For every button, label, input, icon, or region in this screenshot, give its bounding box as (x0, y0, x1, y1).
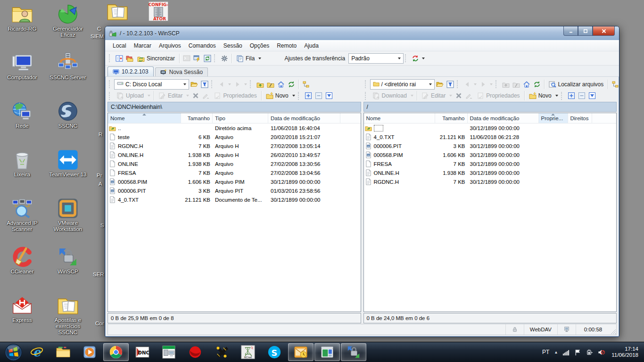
file-row-RGDNC.H[interactable]: RGDNC.H7 KBArquivo H27/02/2008 13:05:14 (108, 141, 361, 150)
properties-button[interactable]: Propriedades (474, 91, 522, 100)
filter-icon[interactable] (199, 79, 210, 90)
file-row-4_0.TXT[interactable]: 4_0.TXT21.121 KBDocumento de Te...30/12/… (108, 195, 361, 204)
file-row-000006.PIT[interactable]: 000006.PIT3 KB30/12/1899 00:00:00 (364, 141, 617, 150)
menu-local[interactable]: Local (109, 41, 130, 50)
desktop-icon-ccleaner[interactable]: CCleaner (1, 247, 43, 275)
remote-path-bar[interactable]: / (363, 102, 617, 112)
menu-marcar[interactable]: Marcar (130, 41, 155, 50)
new-button[interactable]: Novo (527, 91, 554, 100)
wrench-tool-taskbar-button[interactable] (209, 343, 234, 361)
toolbar-grip[interactable] (109, 54, 112, 62)
column-header-date[interactable]: Data de modificação (268, 113, 340, 123)
desktop-icon-rede[interactable]: Rede (1, 101, 43, 129)
file-row-000568.PIM[interactable]: 000568.PIM1.606 KB30/12/1899 00:00:00 (364, 150, 617, 159)
file-row-ONLINE.H[interactable]: ONLINE.H1.938 KBArquivo H26/02/2010 13:4… (108, 150, 361, 159)
home-directory-icon[interactable] (276, 79, 286, 90)
edit-button[interactable]: Editar (419, 91, 448, 100)
ncnet-taskbar-button[interactable]: NCnet (235, 343, 261, 361)
unselect-icon[interactable] (577, 90, 587, 101)
image-viewer-taskbar-button[interactable] (314, 343, 340, 361)
parent-directory-icon[interactable] (255, 79, 265, 90)
rgdnc-taskbar-button[interactable]: DNC (130, 343, 155, 361)
forward-icon[interactable] (478, 79, 488, 90)
refresh-icon[interactable] (532, 79, 542, 90)
close-button[interactable] (593, 26, 615, 36)
desktop-icon-vmware-workstation[interactable]: VMware Workstation (47, 198, 89, 232)
back-icon[interactable] (462, 79, 472, 90)
titlebar[interactable]: / - 10.2.2.103 - WinSCP (105, 26, 619, 40)
transfer-settings-caret[interactable] (422, 58, 425, 59)
skype-taskbar-button[interactable]: S (262, 343, 287, 361)
file-row-ONLINE[interactable]: ONLINE1.938 KBArquivo27/02/2008 13:30:56 (108, 159, 361, 168)
file-row-teste[interactable]: teste6 KBArquivo20/02/2018 15:21:07 (108, 132, 361, 141)
file-row-RGDNC.H[interactable]: RGDNC.H7 KB30/12/1899 00:00:00 (364, 177, 617, 186)
panel-layout-icon[interactable] (114, 53, 124, 64)
menu-comandos[interactable]: Comandos (185, 41, 220, 50)
local-drive-combo[interactable]: C: Disco Local (114, 79, 189, 90)
tray-expand-icon[interactable]: ▲ (554, 350, 558, 354)
rename-icon[interactable] (201, 90, 211, 101)
winscp-taskbar-button[interactable] (341, 343, 366, 361)
root-directory-icon[interactable] (511, 79, 521, 90)
back-icon[interactable] (216, 79, 227, 90)
download-button[interactable]: Download (370, 91, 409, 100)
windows-explorer-taskbar-button[interactable] (50, 343, 76, 361)
outlook-taskbar-button[interactable] (288, 343, 314, 361)
transfer-settings-icon[interactable] (410, 53, 421, 64)
file-row-ONLINE.H[interactable]: ONLINE.H1.938 KB30/12/1899 00:00:00 (364, 168, 617, 177)
open-directory-icon[interactable] (435, 79, 445, 90)
desktop-icon-folder-docs[interactable] (106, 1, 129, 22)
file-row-000006.PIT[interactable]: 000006.PIT3 KBArquivo PIT01/03/2016 23:5… (108, 186, 361, 195)
desktop-icon-winscp[interactable]: WinSCP (47, 247, 89, 275)
menu-opções[interactable]: Opções (246, 41, 273, 50)
tree-toggle-icon[interactable] (610, 79, 620, 90)
minimize-button[interactable] (563, 26, 578, 36)
refresh-icon[interactable] (286, 79, 297, 90)
session-tab-connection[interactable]: 10.2.2.103 (107, 66, 154, 76)
column-header-date[interactable]: Data de modificação (468, 113, 539, 123)
toolbar-grip[interactable] (214, 54, 217, 62)
media-player-taskbar-button[interactable] (77, 343, 102, 361)
refresh-session-icon[interactable] (202, 53, 213, 64)
desktop-icon-gerenciador-eficaz[interactable]: Gerenciador Eficaz (47, 4, 89, 38)
desktop-icon-sscnc-server[interactable]: SSCNC Server (47, 52, 89, 81)
column-header-name[interactable]: Nome (364, 113, 435, 123)
tree-toggle-icon[interactable] (301, 79, 311, 90)
red-sphere-taskbar-button[interactable] (182, 343, 208, 361)
new-button[interactable]: Novo (264, 91, 291, 100)
file-row-..[interactable]: ..Diretório acima11/06/2018 16:40:04 (108, 123, 361, 132)
root-directory-icon[interactable] (265, 79, 276, 90)
selection-filter-icon[interactable] (587, 90, 597, 101)
edit-button[interactable]: Editar (156, 91, 185, 100)
desktop-icon-apostilas-e-exerc-cios-sscnc[interactable]: Apostilas e exercícios SSCNC (47, 295, 89, 336)
file-row-4_0.TXT[interactable]: 4_0.TXT21.121 KB11/06/2018 06:21:28 (364, 132, 617, 141)
file-row-FRESA[interactable]: FRESA7 KBArquivo27/02/2008 13:04:56 (108, 168, 361, 177)
toolbar-grip[interactable] (405, 54, 408, 62)
unselect-icon[interactable] (314, 90, 324, 101)
power-plug-icon[interactable] (586, 349, 593, 356)
action-center-flag-icon[interactable] (574, 349, 581, 356)
column-header-type[interactable]: Tipo (213, 113, 268, 123)
properties-button[interactable]: Propriedades (211, 91, 259, 100)
column-header-rights[interactable]: Direitos (568, 113, 592, 123)
select-icon[interactable] (566, 90, 577, 101)
column-header-size[interactable]: Tamanho (435, 113, 468, 123)
file-row-parent-directory[interactable]: 30/12/1899 00:00:00 (364, 123, 617, 132)
combo-caret[interactable] (398, 58, 401, 59)
local-path-bar[interactable]: C:\DNC\Heidenhain\ (107, 102, 361, 112)
maximize-button[interactable] (578, 26, 593, 36)
menu-remoto[interactable]: Remoto (273, 41, 300, 50)
delete-icon[interactable] (454, 90, 464, 101)
desktop-icon-computador[interactable]: Computador (1, 52, 43, 81)
language-indicator[interactable]: PT (542, 349, 549, 355)
network-signal-icon[interactable] (562, 349, 570, 356)
open-directory-icon[interactable] (189, 79, 199, 90)
queue-button[interactable]: Fila (234, 54, 257, 63)
file-row-FRESA[interactable]: FRESA7 KB30/12/1899 00:00:00 (364, 159, 617, 168)
synchronize-browsing-icon[interactable] (124, 53, 135, 64)
forward-icon[interactable] (232, 79, 243, 90)
home-directory-icon[interactable] (521, 79, 532, 90)
open-terminal-icon[interactable] (192, 53, 202, 64)
desktop-icon-ricardo-rg[interactable]: Ricardo-RG (1, 4, 43, 32)
synchronize-button[interactable]: Sincronizar (135, 54, 177, 63)
